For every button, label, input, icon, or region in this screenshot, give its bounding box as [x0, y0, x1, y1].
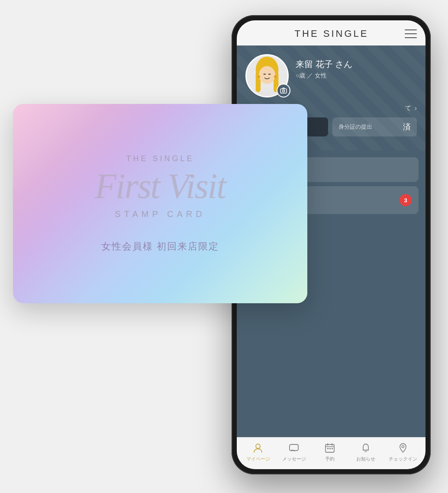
- app-title: THE SINGLE: [258, 28, 405, 39]
- camera-button[interactable]: [277, 84, 290, 97]
- card-description: 女性会員様 初回来店限定: [101, 240, 219, 253]
- card-title: First Visit: [95, 169, 226, 204]
- hamburger-menu-button[interactable]: [405, 29, 417, 38]
- profile-info: 来留 花子 さん ○歳 ／ 女性: [296, 54, 417, 80]
- nav-item-reservation[interactable]: 予約: [317, 442, 343, 462]
- svg-rect-18: [329, 448, 331, 449]
- nav-label-notification: お知らせ: [356, 456, 375, 462]
- nav-item-notification[interactable]: お知らせ: [353, 442, 379, 462]
- profile-meta: ○歳 ／ 女性: [296, 72, 417, 80]
- svg-point-4: [259, 66, 275, 84]
- location-icon: [397, 442, 409, 454]
- id-verify-section: 身分証の提出 済: [332, 117, 417, 136]
- svg-rect-17: [327, 448, 329, 449]
- card-subtitle: STAMP CARD: [115, 209, 205, 219]
- svg-point-10: [283, 90, 285, 92]
- profile-name: 来留 花子 さん: [296, 58, 417, 70]
- calendar-icon: [324, 442, 336, 454]
- nav-label-checkin: チェックイン: [389, 456, 417, 462]
- card-brand: THE SINGLE: [126, 154, 194, 163]
- app-header: THE SINGLE: [237, 20, 425, 45]
- svg-point-8: [274, 75, 277, 78]
- nav-label-mypage: マイページ: [246, 456, 270, 462]
- svg-point-21: [402, 446, 404, 448]
- person-icon: [252, 442, 264, 454]
- member-text: て: [405, 104, 411, 112]
- nav-item-mypage[interactable]: マイページ: [245, 442, 271, 462]
- nav-item-checkin[interactable]: チェックイン: [389, 442, 417, 462]
- nav-item-message[interactable]: メッセージ: [281, 442, 307, 462]
- id-verify-label: 身分証の提出: [338, 123, 372, 131]
- svg-rect-12: [290, 444, 298, 451]
- bell-icon: [360, 442, 372, 454]
- nav-label-message: メッセージ: [282, 456, 306, 462]
- nav-label-reservation: 予約: [325, 456, 335, 462]
- svg-point-7: [258, 75, 260, 78]
- id-verify-status: 済: [403, 122, 411, 132]
- avatar-container: [245, 54, 289, 97]
- message-icon: [288, 442, 300, 454]
- svg-rect-19: [332, 448, 333, 449]
- review-badge: 3: [400, 194, 412, 206]
- svg-point-11: [256, 444, 260, 448]
- svg-rect-9: [280, 89, 287, 93]
- bottom-nav: マイページ メッセージ: [237, 437, 425, 469]
- chevron-right-icon[interactable]: ›: [415, 104, 417, 112]
- stamp-card: THE SINGLE First Visit STAMP CARD 女性会員様 …: [13, 104, 307, 303]
